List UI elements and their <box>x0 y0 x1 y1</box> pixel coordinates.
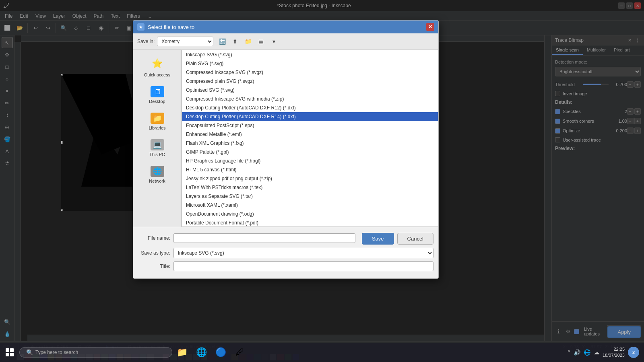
save-in-select[interactable]: Xometry <box>157 37 213 46</box>
file-format-item[interactable]: HTML 5 canvas (*.html) <box>182 165 438 174</box>
save-in-row: Save in: Xometry <box>137 37 213 46</box>
file-format-item[interactable]: Desktop Cutting Plotter (AutoCAD DXF R14… <box>182 112 438 121</box>
save-as-row: Save as type: Inkscape SVG (*.svg) <box>138 248 433 258</box>
search-placeholder-text: Type here to search <box>35 350 78 355</box>
title-row: Title: <box>138 261 433 271</box>
dialog-title-text: Select file to save to <box>148 24 423 30</box>
desktop-label: Desktop <box>149 99 165 104</box>
save-in-label: Save in: <box>137 39 155 44</box>
file-format-item[interactable]: Enhanced Metafile (*.emf) <box>182 130 438 139</box>
nav-desktop[interactable]: 🖥 Desktop <box>136 83 179 107</box>
dialog-nav-up[interactable]: ⬆ <box>229 36 241 47</box>
file-format-item[interactable]: Compressed Inkscape SVG with media (*.zi… <box>182 95 438 103</box>
search-icon: 🔍 <box>26 349 33 356</box>
dialog-icon: ★ <box>137 23 144 31</box>
filename-input[interactable] <box>173 233 355 243</box>
file-format-item[interactable]: Compressed plain SVG (*.svgz) <box>182 77 438 86</box>
file-format-item[interactable]: GIMP Palette (*.gpl) <box>182 148 438 156</box>
dialog-view-toggle[interactable]: ▤ <box>255 36 266 47</box>
cancel-button[interactable]: Cancel <box>397 233 433 245</box>
file-format-item[interactable]: Layers as Separate SVG (*.tar) <box>182 192 438 201</box>
filename-label: File name: <box>138 235 170 241</box>
file-format-item[interactable]: Compressed Inkscape SVG (*.svgz) <box>182 68 438 77</box>
network-icon: 🌐 <box>151 166 164 177</box>
speaker-icon[interactable]: 🔊 <box>574 349 580 356</box>
this-pc-icon: 💻 <box>151 139 164 150</box>
save-as-label: Save as type: <box>138 250 170 256</box>
filename-row: File name: Save Cancel <box>138 231 433 245</box>
network-label: Network <box>149 179 165 183</box>
nav-this-pc[interactable]: 💻 This PC <box>136 136 179 160</box>
nav-libraries[interactable]: 📁 Libraries <box>136 109 179 134</box>
file-format-list[interactable]: Inkscape SVG (*.svg)Plain SVG (*.svg)Com… <box>182 50 438 227</box>
dialog-nav-back[interactable]: 🔙 <box>217 36 228 47</box>
dialog-footer: File name: Save Cancel Save as type: Ink… <box>133 227 438 278</box>
this-pc-label: This PC <box>149 152 165 157</box>
dialog-overlay: ★ Select file to save to ✕ Save in: Xome… <box>0 0 644 362</box>
file-format-item[interactable]: Optimised SVG (*.svg) <box>182 86 438 95</box>
file-format-item[interactable]: LaTeX With PSTricks macros (*.tex) <box>182 183 438 192</box>
file-format-item[interactable]: Inkscape SVG (*.svg) <box>182 50 438 59</box>
title-field-label: Title: <box>138 263 170 269</box>
start-button[interactable] <box>0 343 19 362</box>
clock-time: 22:25 <box>603 346 625 352</box>
onedrive-icon[interactable]: ☁ <box>594 349 599 356</box>
taskbar-right: ^ 🔊 🌐 ☁ 22:25 18/07/2023 2 <box>568 346 644 359</box>
taskbar-chrome[interactable]: 🔵 <box>212 343 229 361</box>
nav-quick-access[interactable]: ⭐ Quick access <box>136 53 179 80</box>
save-button[interactable]: Save <box>362 233 394 245</box>
dialog-sidebar: ⭐ Quick access 🖥 Desktop 📁 Libraries <box>133 50 182 227</box>
taskbar-search[interactable]: 🔍 Type here to search <box>19 347 172 358</box>
save-dialog: ★ Select file to save to ✕ Save in: Xome… <box>133 20 439 279</box>
title-input[interactable] <box>173 261 433 271</box>
dialog-create-folder[interactable]: 📁 <box>242 36 254 47</box>
dialog-title-bar: ★ Select file to save to ✕ <box>133 21 438 33</box>
taskbar-clock[interactable]: 22:25 18/07/2023 <box>603 346 625 359</box>
dialog-close-button[interactable]: ✕ <box>426 23 434 31</box>
dialog-actions: Save Cancel <box>362 231 433 245</box>
file-format-item[interactable]: JessyInk zipped pdf or png output (*.zip… <box>182 174 438 183</box>
desktop-icon: 🖥 <box>151 86 164 97</box>
dialog-body: ⭐ Quick access 🖥 Desktop 📁 Libraries <box>133 50 438 227</box>
dialog-dropdown[interactable]: ▾ <box>268 36 279 47</box>
network-status-icon[interactable]: 🌐 <box>584 349 590 356</box>
clock-date: 18/07/2023 <box>603 352 625 358</box>
taskbar-chevron[interactable]: ^ <box>568 349 570 356</box>
dialog-toolbar: Save in: Xometry 🔙 ⬆ 📁 ▤ ▾ <box>133 33 438 50</box>
file-format-item[interactable]: Flash XML Graphics (*.fxg) <box>182 139 438 148</box>
file-format-item[interactable]: Desktop Cutting Plotter (AutoCAD DXF R12… <box>182 103 438 112</box>
file-format-item[interactable]: Microsoft XAML (*.xaml) <box>182 201 438 210</box>
libraries-icon: 📁 <box>151 113 164 124</box>
windows-logo-icon <box>6 348 14 356</box>
file-format-item[interactable]: HP Graphics Language file (*.hpgl) <box>182 156 438 165</box>
notification-badge[interactable]: 2 <box>628 347 639 358</box>
taskbar-inkscape[interactable]: 🖊 <box>231 343 249 361</box>
taskbar: 🔍 Type here to search 📁 🌐 🔵 🖊 ^ 🔊 🌐 ☁ 22… <box>0 343 644 362</box>
taskbar-browser[interactable]: 🌐 <box>192 343 210 361</box>
quick-access-icon: ⭐ <box>150 56 165 71</box>
file-format-item[interactable]: Portable Document Format (*.pdf) <box>182 218 438 227</box>
libraries-label: Libraries <box>149 125 165 130</box>
taskbar-file-explorer[interactable]: 📁 <box>173 343 191 361</box>
quick-access-label: Quick access <box>144 72 170 77</box>
nav-network[interactable]: 🌐 Network <box>136 162 179 187</box>
file-format-item[interactable]: Plain SVG (*.svg) <box>182 59 438 68</box>
file-format-item[interactable]: Encapsulated PostScript (*.eps) <box>182 121 438 130</box>
save-as-select[interactable]: Inkscape SVG (*.svg) <box>173 248 433 258</box>
file-format-item[interactable]: OpenDocument drawing (*.odg) <box>182 210 438 218</box>
